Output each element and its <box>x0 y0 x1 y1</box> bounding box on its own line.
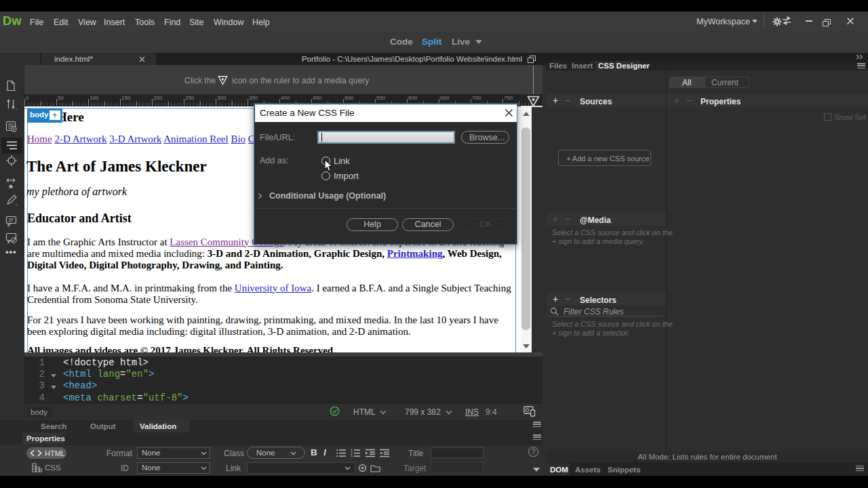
svg-text:3: 3 <box>351 455 353 458</box>
